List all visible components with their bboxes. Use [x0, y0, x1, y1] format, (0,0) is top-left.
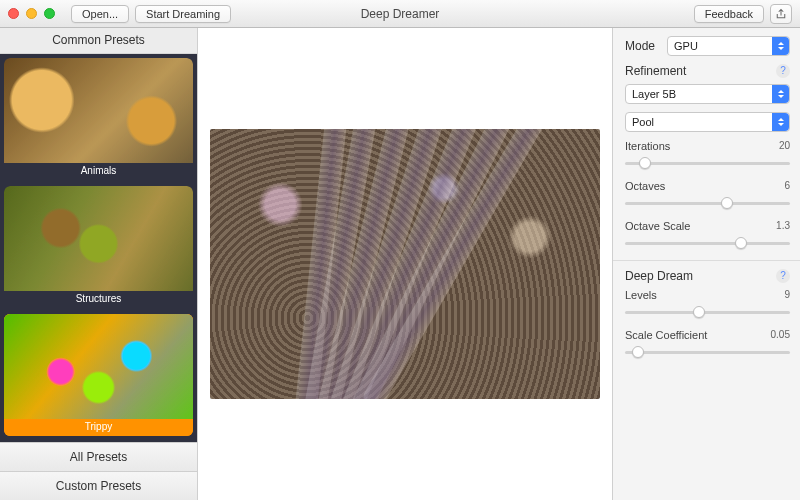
preset-thumbnail — [4, 186, 193, 291]
preset-animals[interactable]: Animals — [4, 58, 193, 180]
canvas-area — [198, 28, 612, 500]
feedback-button[interactable]: Feedback — [694, 5, 764, 23]
chevron-updown-icon — [772, 37, 789, 55]
param-slider[interactable] — [625, 305, 790, 319]
preset-sidebar: Common Presets Animals Structures Trippy… — [0, 28, 198, 500]
titlebar: Open... Start Dreaming Deep Dreamer Feed… — [0, 0, 800, 28]
layer-value: Layer 5B — [632, 88, 676, 100]
param-label: Iterations — [625, 140, 670, 152]
param-value: 0.05 — [771, 329, 790, 341]
close-icon[interactable] — [8, 8, 19, 19]
param-value: 1.3 — [776, 220, 790, 232]
custom-presets-row[interactable]: Custom Presets — [0, 471, 197, 500]
deepdream-param: Levels9 — [625, 289, 790, 319]
mode-select[interactable]: GPU — [667, 36, 790, 56]
layer-select[interactable]: Layer 5B — [625, 84, 790, 104]
deep-dream-section-label: Deep Dream — [625, 269, 693, 283]
deepdream-param: Scale Coefficient0.05 — [625, 329, 790, 359]
param-label: Octaves — [625, 180, 665, 192]
inspector-panel: Mode GPU Refinement ? Layer 5B Pool Iter… — [612, 28, 800, 500]
chevron-updown-icon — [772, 113, 789, 131]
refinement-param: Octaves6 — [625, 180, 790, 210]
param-value: 20 — [779, 140, 790, 152]
start-dreaming-button[interactable]: Start Dreaming — [135, 5, 231, 23]
mode-label: Mode — [625, 39, 667, 53]
preset-label: Animals — [4, 163, 193, 180]
param-label: Octave Scale — [625, 220, 690, 232]
refinement-param: Iterations20 — [625, 140, 790, 170]
share-icon[interactable] — [770, 4, 792, 24]
param-value: 6 — [784, 180, 790, 192]
minimize-icon[interactable] — [26, 8, 37, 19]
chevron-updown-icon — [772, 85, 789, 103]
mode-value: GPU — [674, 40, 698, 52]
open-button[interactable]: Open... — [71, 5, 129, 23]
preset-thumbnail — [4, 314, 193, 419]
param-slider[interactable] — [625, 236, 790, 250]
param-slider[interactable] — [625, 156, 790, 170]
preset-label: Structures — [4, 291, 193, 308]
preset-list[interactable]: Animals Structures Trippy — [0, 54, 197, 442]
param-label: Scale Coefficient — [625, 329, 707, 341]
operation-select[interactable]: Pool — [625, 112, 790, 132]
preview-image — [210, 129, 600, 399]
preset-thumbnail — [4, 58, 193, 163]
help-icon[interactable]: ? — [776, 64, 790, 78]
all-presets-row[interactable]: All Presets — [0, 442, 197, 471]
window-controls — [8, 8, 55, 19]
help-icon[interactable]: ? — [776, 269, 790, 283]
operation-value: Pool — [632, 116, 654, 128]
refinement-section-label: Refinement — [625, 64, 686, 78]
param-slider[interactable] — [625, 345, 790, 359]
sidebar-header: Common Presets — [0, 28, 197, 54]
param-value: 9 — [784, 289, 790, 301]
preset-structures[interactable]: Structures — [4, 186, 193, 308]
param-slider[interactable] — [625, 196, 790, 210]
preset-label: Trippy — [4, 419, 193, 436]
preset-trippy[interactable]: Trippy — [4, 314, 193, 436]
refinement-param: Octave Scale1.3 — [625, 220, 790, 250]
zoom-icon[interactable] — [44, 8, 55, 19]
param-label: Levels — [625, 289, 657, 301]
